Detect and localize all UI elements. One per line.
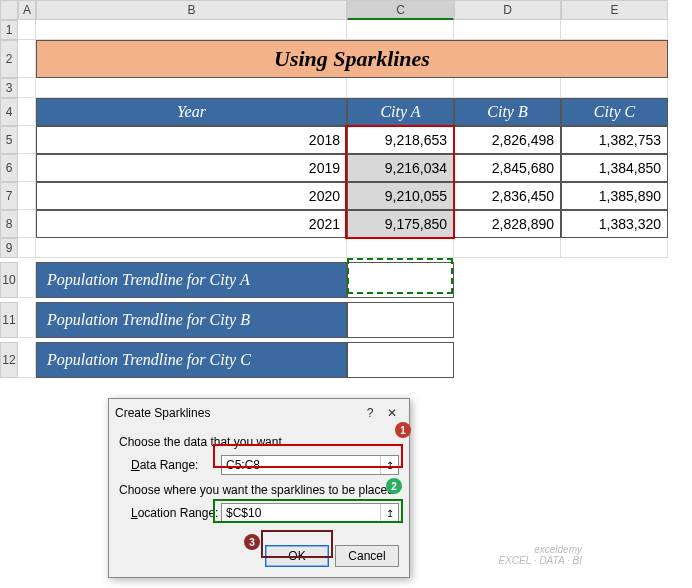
col-header-c[interactable]: C bbox=[347, 0, 454, 20]
collapse-dialog-icon-2[interactable]: ↥ bbox=[380, 504, 398, 522]
cell-e3[interactable] bbox=[561, 78, 668, 98]
dialog-titlebar[interactable]: Create Sparklines ? ✕ bbox=[109, 399, 409, 427]
cell-year-2018[interactable]: 2018 bbox=[36, 126, 347, 154]
location-range-input[interactable] bbox=[222, 504, 380, 522]
collapse-dialog-icon[interactable]: ↥ bbox=[380, 456, 398, 474]
trend-label-c: Population Trendline for City C bbox=[36, 342, 347, 378]
cell-c5[interactable]: 9,218,653 bbox=[347, 126, 454, 154]
cell-a7[interactable] bbox=[18, 182, 36, 210]
cell-b9[interactable] bbox=[36, 238, 347, 258]
cell-d8[interactable]: 2,828,890 bbox=[454, 210, 561, 238]
trend-label-a: Population Trendline for City A bbox=[36, 262, 347, 298]
cell-a8[interactable] bbox=[18, 210, 36, 238]
col-header-b[interactable]: B bbox=[36, 0, 347, 20]
dialog-help-button[interactable]: ? bbox=[359, 403, 381, 423]
cell-e5[interactable]: 1,382,753 bbox=[561, 126, 668, 154]
col-header-a[interactable]: A bbox=[18, 0, 36, 20]
cell-c6[interactable]: 9,216,034 bbox=[347, 154, 454, 182]
cell-year-2019[interactable]: 2019 bbox=[36, 154, 347, 182]
header-city-c: City C bbox=[561, 98, 668, 126]
cell-c7[interactable]: 9,210,055 bbox=[347, 182, 454, 210]
cell-a10[interactable] bbox=[18, 262, 36, 298]
ok-button[interactable]: OK bbox=[265, 545, 329, 567]
header-city-a: City A bbox=[347, 98, 454, 126]
cell-e1[interactable] bbox=[561, 20, 668, 40]
cell-a1[interactable] bbox=[18, 20, 36, 40]
cancel-button[interactable]: Cancel bbox=[335, 545, 399, 567]
col-header-d[interactable]: D bbox=[454, 0, 561, 20]
cell-d6[interactable]: 2,845,680 bbox=[454, 154, 561, 182]
data-range-label: Data Range: bbox=[131, 458, 221, 472]
callout-2-icon: 2 bbox=[386, 478, 402, 494]
row-header-10[interactable]: 10 bbox=[0, 262, 18, 298]
row-header-12[interactable]: 12 bbox=[0, 342, 18, 378]
cell-b3[interactable] bbox=[36, 78, 347, 98]
cell-d1[interactable] bbox=[454, 20, 561, 40]
callout-3-icon: 3 bbox=[244, 534, 260, 550]
cell-a11[interactable] bbox=[18, 302, 36, 338]
cell-c9[interactable] bbox=[347, 238, 454, 258]
select-all-corner[interactable] bbox=[0, 0, 18, 20]
row-header-2[interactable]: 2 bbox=[0, 40, 18, 78]
create-sparklines-dialog: Create Sparklines ? ✕ Choose the data th… bbox=[108, 398, 410, 578]
cell-d5[interactable]: 2,826,498 bbox=[454, 126, 561, 154]
cell-c11[interactable] bbox=[347, 302, 454, 338]
row-header-4[interactable]: 4 bbox=[0, 98, 18, 126]
cell-a5[interactable] bbox=[18, 126, 36, 154]
cell-a3[interactable] bbox=[18, 78, 36, 98]
row-header-9[interactable]: 9 bbox=[0, 238, 18, 258]
cell-b1[interactable] bbox=[36, 20, 347, 40]
header-city-b: City B bbox=[454, 98, 561, 126]
column-header-row: A B C D E bbox=[0, 0, 692, 20]
data-range-input[interactable] bbox=[222, 456, 380, 474]
cell-c8[interactable]: 9,175,850 bbox=[347, 210, 454, 238]
row-header-3[interactable]: 3 bbox=[0, 78, 18, 98]
cell-e9[interactable] bbox=[561, 238, 668, 258]
location-range-label: Location Range: bbox=[131, 506, 221, 520]
cell-d3[interactable] bbox=[454, 78, 561, 98]
callout-1-icon: 1 bbox=[395, 422, 411, 438]
cell-d7[interactable]: 2,836,450 bbox=[454, 182, 561, 210]
cell-year-2021[interactable]: 2021 bbox=[36, 210, 347, 238]
row-header-1[interactable]: 1 bbox=[0, 20, 18, 40]
row-header-11[interactable]: 11 bbox=[0, 302, 18, 338]
trend-label-b: Population Trendline for City B bbox=[36, 302, 347, 338]
watermark: exceldemy EXCEL · DATA · BI bbox=[498, 544, 582, 566]
col-header-e[interactable]: E bbox=[561, 0, 668, 20]
cell-e7[interactable]: 1,385,890 bbox=[561, 182, 668, 210]
cell-e8[interactable]: 1,383,320 bbox=[561, 210, 668, 238]
row-header-8[interactable]: 8 bbox=[0, 210, 18, 238]
dialog-title-text: Create Sparklines bbox=[115, 406, 359, 420]
cell-year-2020[interactable]: 2020 bbox=[36, 182, 347, 210]
cell-c1[interactable] bbox=[347, 20, 454, 40]
page-title: Using Sparklines bbox=[36, 40, 668, 78]
row-header-7[interactable]: 7 bbox=[0, 182, 18, 210]
cell-a9[interactable] bbox=[18, 238, 36, 258]
row-header-5[interactable]: 5 bbox=[0, 126, 18, 154]
close-icon[interactable]: ✕ bbox=[381, 403, 403, 423]
cell-a12[interactable] bbox=[18, 342, 36, 378]
header-year: Year bbox=[36, 98, 347, 126]
cell-d9[interactable] bbox=[454, 238, 561, 258]
cell-a6[interactable] bbox=[18, 154, 36, 182]
cell-a2[interactable] bbox=[18, 40, 36, 78]
cell-e6[interactable]: 1,384,850 bbox=[561, 154, 668, 182]
dialog-section1-label: Choose the data that you want bbox=[119, 435, 282, 449]
row-header-6[interactable]: 6 bbox=[0, 154, 18, 182]
dialog-section2-label: Choose where you want the sparklines to … bbox=[119, 483, 394, 497]
cell-c10-sparkline-target[interactable] bbox=[347, 262, 454, 298]
cell-c3[interactable] bbox=[347, 78, 454, 98]
cell-a4[interactable] bbox=[18, 98, 36, 126]
cell-c12[interactable] bbox=[347, 342, 454, 378]
